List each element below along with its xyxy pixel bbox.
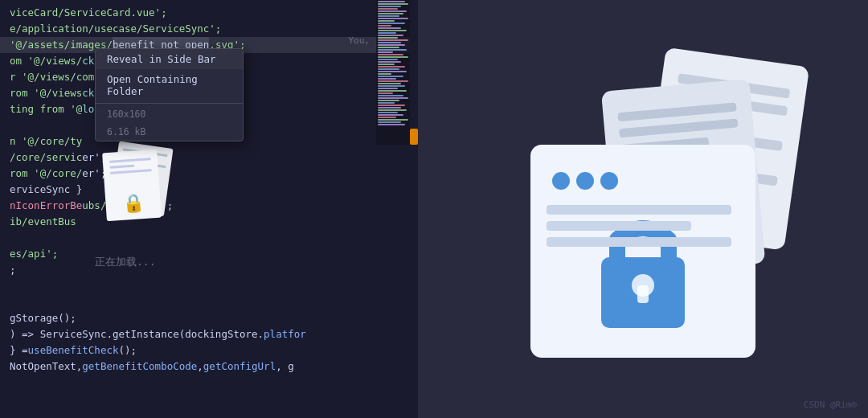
illustration-panel: CSDN @Rim®	[418, 0, 868, 418]
code-line: e/application/usecase/ServiceSync';	[0, 21, 418, 37]
svg-point-14	[552, 172, 570, 190]
code-line: erviceSync }	[0, 182, 418, 198]
svg-rect-22	[547, 237, 731, 247]
scroll-thumb	[410, 129, 418, 145]
scrollbar[interactable]	[410, 0, 418, 418]
menu-item-reveal-sidebar[interactable]: Reveal in Side Bar	[96, 49, 243, 69]
illustration-svg	[466, 40, 820, 378]
code-line: gStorage();	[0, 310, 418, 326]
code-editor: viceCard/ServiceCard.vue'; e/application…	[0, 0, 418, 418]
svg-rect-21	[547, 221, 691, 231]
code-line: ib/eventBus	[0, 214, 418, 230]
code-line: NotOpenText, getBenefitComboCode, getCon…	[0, 359, 418, 375]
code-line: ) => ServiceSync.getInstance(dockingStor…	[0, 326, 418, 342]
image-preview: 🔒	[104, 145, 173, 225]
code-line: rom '@/core/er';	[0, 166, 418, 182]
watermark: CSDN @Rim®	[804, 400, 857, 410]
paper-front: 🔒	[102, 150, 162, 222]
you-tooltip: You,	[349, 35, 371, 46]
svg-rect-20	[547, 205, 731, 215]
menu-meta-dimensions: 160x160	[96, 105, 243, 123]
code-line	[0, 230, 418, 246]
minimap	[376, 0, 410, 145]
lock-icon: 🔒	[121, 192, 145, 214]
menu-item-open-folder[interactable]: Open Containing Folder	[96, 69, 243, 101]
code-line: } = useBenefitCheck();	[0, 342, 418, 359]
code-line: es/api';	[0, 246, 418, 262]
svg-point-15	[576, 172, 594, 190]
code-line: ;	[0, 262, 418, 278]
code-line: nIconErrorBeubs/icons-vue';	[0, 198, 418, 214]
loading-text: 正在加载...	[95, 255, 155, 269]
code-line: viceCard/ServiceCard.vue';	[0, 5, 418, 21]
context-menu: Reveal in Side Bar Open Containing Folde…	[95, 48, 244, 141]
code-line	[0, 278, 418, 294]
svg-rect-19	[637, 285, 649, 303]
paper-lines	[109, 158, 152, 178]
code-line: /core/servicer';	[0, 150, 418, 166]
svg-point-16	[600, 172, 618, 190]
menu-divider	[96, 103, 243, 104]
menu-meta-filesize: 6.16 kB	[96, 123, 243, 141]
code-line	[0, 294, 418, 310]
